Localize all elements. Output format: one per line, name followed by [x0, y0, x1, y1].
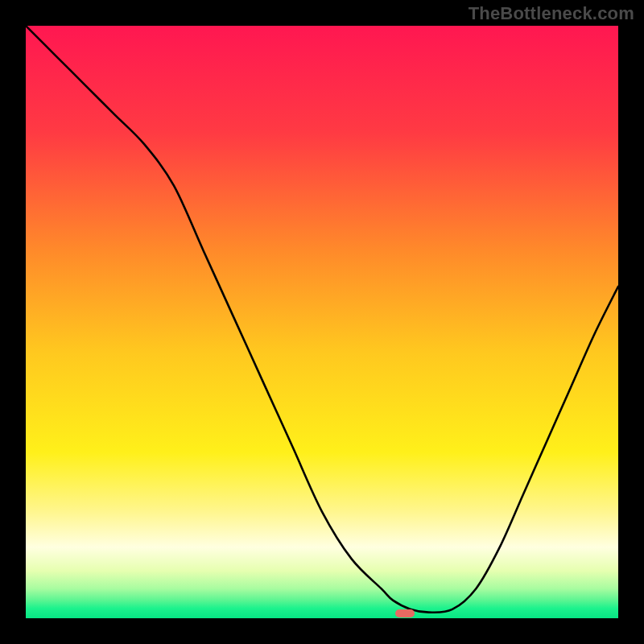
chart-svg: [26, 26, 618, 618]
optimal-marker: [395, 609, 415, 617]
watermark-text: TheBottleneck.com: [469, 3, 634, 24]
chart-frame: TheBottleneck.com: [0, 0, 644, 644]
plot-area: [26, 26, 618, 618]
